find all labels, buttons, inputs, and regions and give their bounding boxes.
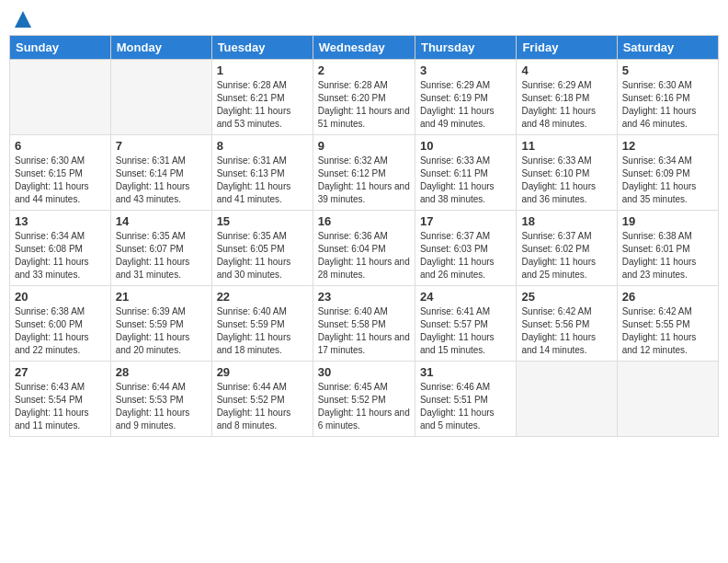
calendar-day: 22 Sunrise: 6:40 AMSunset: 5:59 PMDaylig…: [211, 286, 313, 362]
calendar-day: 4 Sunrise: 6:29 AMSunset: 6:18 PMDayligh…: [517, 60, 617, 135]
calendar-day: 28 Sunrise: 6:44 AMSunset: 5:53 PMDaylig…: [110, 362, 211, 437]
day-number: 7: [116, 139, 207, 153]
calendar-day: 7 Sunrise: 6:31 AMSunset: 6:14 PMDayligh…: [110, 135, 211, 211]
day-number: 28: [116, 365, 207, 379]
calendar-day: [110, 60, 211, 135]
day-number: 3: [420, 63, 511, 77]
svg-marker-0: [15, 11, 31, 28]
calendar-day: 18 Sunrise: 6:37 AMSunset: 6:02 PMDaylig…: [517, 211, 617, 286]
day-info: Sunrise: 6:33 AMSunset: 6:10 PMDaylight:…: [521, 155, 596, 204]
day-number: 10: [420, 139, 511, 153]
calendar-week-4: 27 Sunrise: 6:43 AMSunset: 5:54 PMDaylig…: [10, 362, 719, 437]
calendar-day: [517, 362, 617, 437]
logo: [13, 9, 33, 28]
day-number: 19: [622, 214, 713, 228]
day-number: 31: [420, 365, 511, 379]
day-info: Sunrise: 6:31 AMSunset: 6:14 PMDaylight:…: [116, 155, 190, 204]
day-info: Sunrise: 6:28 AMSunset: 6:20 PMDaylight:…: [318, 80, 410, 129]
day-info: Sunrise: 6:30 AMSunset: 6:15 PMDaylight:…: [15, 155, 89, 204]
logo-triangle-icon: [15, 9, 31, 33]
col-header-monday: Monday: [110, 36, 211, 60]
day-number: 8: [217, 139, 308, 153]
day-number: 5: [622, 63, 713, 77]
day-number: 17: [420, 214, 511, 228]
calendar-table: SundayMondayTuesdayWednesdayThursdayFrid…: [9, 35, 719, 437]
day-number: 20: [15, 290, 106, 304]
calendar-day: 10 Sunrise: 6:33 AMSunset: 6:11 PMDaylig…: [415, 135, 516, 211]
calendar-day: 30 Sunrise: 6:45 AMSunset: 5:52 PMDaylig…: [313, 362, 415, 437]
day-info: Sunrise: 6:30 AMSunset: 6:16 PMDaylight:…: [622, 80, 697, 129]
col-header-sunday: Sunday: [10, 36, 111, 60]
day-info: Sunrise: 6:29 AMSunset: 6:19 PMDaylight:…: [420, 80, 495, 129]
day-number: 30: [318, 365, 410, 379]
calendar-day: 9 Sunrise: 6:32 AMSunset: 6:12 PMDayligh…: [313, 135, 415, 211]
day-info: Sunrise: 6:44 AMSunset: 5:52 PMDaylight:…: [217, 382, 291, 431]
day-info: Sunrise: 6:35 AMSunset: 6:05 PMDaylight:…: [217, 231, 291, 280]
day-info: Sunrise: 6:31 AMSunset: 6:13 PMDaylight:…: [217, 155, 291, 204]
calendar-day: 2 Sunrise: 6:28 AMSunset: 6:20 PMDayligh…: [313, 60, 415, 135]
day-info: Sunrise: 6:33 AMSunset: 6:11 PMDaylight:…: [420, 155, 495, 204]
day-number: 23: [318, 290, 410, 304]
col-header-thursday: Thursday: [415, 36, 516, 60]
day-info: Sunrise: 6:32 AMSunset: 6:12 PMDaylight:…: [318, 155, 410, 204]
day-number: 25: [521, 290, 611, 304]
calendar-day: [10, 60, 111, 135]
day-info: Sunrise: 6:42 AMSunset: 5:55 PMDaylight:…: [622, 306, 697, 355]
calendar-day: 29 Sunrise: 6:44 AMSunset: 5:52 PMDaylig…: [211, 362, 313, 437]
day-info: Sunrise: 6:45 AMSunset: 5:52 PMDaylight:…: [318, 382, 410, 431]
calendar-day: 26 Sunrise: 6:42 AMSunset: 5:55 PMDaylig…: [617, 286, 718, 362]
day-info: Sunrise: 6:40 AMSunset: 5:59 PMDaylight:…: [217, 306, 291, 355]
day-number: 26: [622, 290, 713, 304]
day-number: 24: [420, 290, 511, 304]
day-number: 14: [116, 214, 207, 228]
calendar-week-1: 6 Sunrise: 6:30 AMSunset: 6:15 PMDayligh…: [10, 135, 719, 211]
day-info: Sunrise: 6:36 AMSunset: 6:04 PMDaylight:…: [318, 231, 410, 280]
day-info: Sunrise: 6:37 AMSunset: 6:03 PMDaylight:…: [420, 231, 495, 280]
calendar-day: 12 Sunrise: 6:34 AMSunset: 6:09 PMDaylig…: [617, 135, 718, 211]
day-info: Sunrise: 6:35 AMSunset: 6:07 PMDaylight:…: [116, 231, 190, 280]
day-number: 9: [318, 139, 410, 153]
col-header-tuesday: Tuesday: [211, 36, 313, 60]
day-info: Sunrise: 6:34 AMSunset: 6:08 PMDaylight:…: [15, 231, 89, 280]
day-number: 13: [15, 214, 106, 228]
calendar-day: [617, 362, 718, 437]
calendar-day: 25 Sunrise: 6:42 AMSunset: 5:56 PMDaylig…: [517, 286, 617, 362]
day-number: 11: [521, 139, 611, 153]
calendar-week-3: 20 Sunrise: 6:38 AMSunset: 6:00 PMDaylig…: [10, 286, 719, 362]
day-info: Sunrise: 6:29 AMSunset: 6:18 PMDaylight:…: [521, 80, 596, 129]
day-info: Sunrise: 6:37 AMSunset: 6:02 PMDaylight:…: [521, 231, 596, 280]
calendar-day: 6 Sunrise: 6:30 AMSunset: 6:15 PMDayligh…: [10, 135, 111, 211]
calendar-day: 27 Sunrise: 6:43 AMSunset: 5:54 PMDaylig…: [10, 362, 111, 437]
day-number: 12: [622, 139, 713, 153]
col-header-saturday: Saturday: [617, 36, 718, 60]
day-number: 22: [217, 290, 308, 304]
day-info: Sunrise: 6:42 AMSunset: 5:56 PMDaylight:…: [521, 306, 596, 355]
calendar-day: 3 Sunrise: 6:29 AMSunset: 6:19 PMDayligh…: [415, 60, 516, 135]
calendar-day: 19 Sunrise: 6:38 AMSunset: 6:01 PMDaylig…: [617, 211, 718, 286]
col-header-friday: Friday: [517, 36, 617, 60]
calendar-day: 14 Sunrise: 6:35 AMSunset: 6:07 PMDaylig…: [110, 211, 211, 286]
day-number: 2: [318, 63, 410, 77]
calendar-day: 8 Sunrise: 6:31 AMSunset: 6:13 PMDayligh…: [211, 135, 313, 211]
calendar-day: 21 Sunrise: 6:39 AMSunset: 5:59 PMDaylig…: [110, 286, 211, 362]
calendar-day: 23 Sunrise: 6:40 AMSunset: 5:58 PMDaylig…: [313, 286, 415, 362]
calendar-day: 15 Sunrise: 6:35 AMSunset: 6:05 PMDaylig…: [211, 211, 313, 286]
calendar-header-row: SundayMondayTuesdayWednesdayThursdayFrid…: [10, 36, 719, 60]
day-number: 6: [15, 139, 106, 153]
day-number: 27: [15, 365, 106, 379]
calendar-week-2: 13 Sunrise: 6:34 AMSunset: 6:08 PMDaylig…: [10, 211, 719, 286]
calendar-day: 1 Sunrise: 6:28 AMSunset: 6:21 PMDayligh…: [211, 60, 313, 135]
day-number: 16: [318, 214, 410, 228]
day-number: 18: [521, 214, 611, 228]
day-number: 4: [521, 63, 611, 77]
col-header-wednesday: Wednesday: [313, 36, 415, 60]
calendar-day: 31 Sunrise: 6:46 AMSunset: 5:51 PMDaylig…: [415, 362, 516, 437]
calendar-week-0: 1 Sunrise: 6:28 AMSunset: 6:21 PMDayligh…: [10, 60, 719, 135]
day-info: Sunrise: 6:39 AMSunset: 5:59 PMDaylight:…: [116, 306, 190, 355]
day-number: 21: [116, 290, 207, 304]
calendar-day: 24 Sunrise: 6:41 AMSunset: 5:57 PMDaylig…: [415, 286, 516, 362]
day-info: Sunrise: 6:46 AMSunset: 5:51 PMDaylight:…: [420, 382, 495, 431]
day-info: Sunrise: 6:41 AMSunset: 5:57 PMDaylight:…: [420, 306, 495, 355]
day-info: Sunrise: 6:28 AMSunset: 6:21 PMDaylight:…: [217, 80, 291, 129]
day-number: 29: [217, 365, 308, 379]
